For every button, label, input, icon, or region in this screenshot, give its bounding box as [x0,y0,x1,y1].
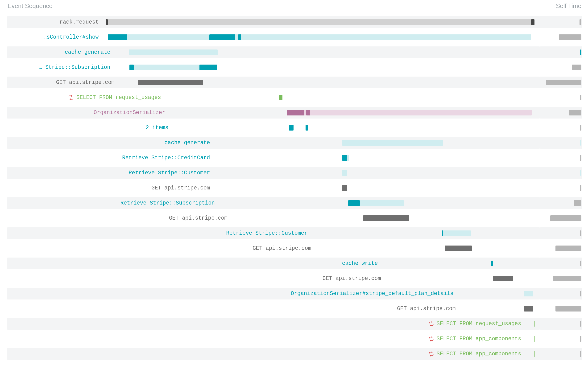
trace-row-controller-show[interactable]: …sController#show [7,31,581,43]
timeline-bar[interactable] [342,155,347,161]
trace-row-retrieve-creditcard[interactable]: Retrieve Stripe::CreditCard [7,152,581,164]
self-time-bar[interactable] [572,65,581,70]
timeline-bar[interactable] [106,19,108,25]
timeline-bar[interactable] [491,261,493,266]
row-label[interactable]: Retrieve Stripe::Customer [7,227,311,239]
row-label[interactable]: …sController#show [7,31,102,43]
trace-row-two-items[interactable]: 2 items [7,122,581,133]
self-time-bar[interactable] [580,50,581,55]
row-label[interactable]: GET api.stripe.com [7,182,213,194]
timeline-bar[interactable] [342,185,347,191]
timeline-bar[interactable] [445,246,472,251]
row-label[interactable]: GET api.stripe.com [7,243,315,254]
row-label[interactable]: cache generate [7,46,114,58]
self-time-bar[interactable] [580,125,581,131]
timeline-bar[interactable] [442,230,471,236]
row-label[interactable]: rack.request [7,16,102,28]
trace-row-sql-app-components-2[interactable]: SELECT FROM app_components [7,348,581,360]
trace-row-get-stripe-4[interactable]: GET api.stripe.com [7,243,581,254]
self-time-bar[interactable] [580,155,581,161]
timeline-bar[interactable] [138,80,203,85]
timeline-bar[interactable] [238,34,241,40]
timeline-bar[interactable] [348,200,360,206]
self-time-bar[interactable] [580,261,581,266]
row-label[interactable]: SELECT FROM request_usages [7,318,524,330]
self-time-bar[interactable] [580,351,581,357]
self-time-bar[interactable] [579,19,581,25]
row-label[interactable]: Retrieve Stripe::Customer [7,167,213,179]
trace-row-retrieve-subscription-2[interactable]: Retrieve Stripe::Subscription [7,197,581,209]
trace-row-get-stripe-3[interactable]: GET api.stripe.com [7,212,581,224]
self-time-bar[interactable] [580,321,581,327]
row-label[interactable]: GET api.stripe.com [7,77,118,88]
self-time-bar[interactable] [546,80,581,85]
timeline-bar[interactable] [129,50,217,55]
row-label[interactable]: 2 items [7,122,172,133]
trace-row-retrieve-customer-1[interactable]: Retrieve Stripe::Customer [7,167,581,179]
self-time-bar[interactable] [580,95,581,100]
self-time-bar[interactable] [553,276,581,281]
self-time-bar[interactable] [550,215,581,221]
row-label[interactable]: Retrieve Stripe::CreditCard [7,152,213,164]
timeline-bar[interactable] [279,95,283,100]
row-label[interactable]: GET api.stripe.com [7,303,459,315]
timeline-bar[interactable] [289,125,294,131]
trace-row-org-serializer-stripe[interactable]: OrganizationSerializer#stripe_default_pl… [7,288,581,299]
timeline-bar[interactable] [108,34,531,40]
row-label[interactable]: SELECT FROM request_usages [7,92,164,103]
row-label[interactable]: OrganizationSerializer#stripe_default_pl… [7,288,457,299]
timeline-bar[interactable] [108,34,127,40]
self-time-bar[interactable] [574,200,581,206]
trace-row-get-stripe-2[interactable]: GET api.stripe.com [7,182,581,194]
self-time-bar[interactable] [580,170,581,176]
timeline-bar[interactable] [106,19,535,25]
timeline-bar[interactable] [305,125,308,131]
trace-row-cache-write[interactable]: cache write [7,257,581,269]
row-label[interactable]: Retrieve Stripe::Subscription [7,197,218,209]
self-time-bar[interactable] [580,140,581,146]
trace-row-sql-request-usages-1[interactable]: SELECT FROM request_usages [7,92,581,103]
row-label[interactable]: GET api.stripe.com [7,212,231,224]
timeline-bar[interactable] [342,140,443,146]
row-label[interactable]: cache generate [7,137,213,149]
row-label[interactable]: OrganizationSerializer [7,107,168,119]
trace-row-rack-request[interactable]: rack.request [7,16,581,28]
self-time-bar[interactable] [580,185,581,191]
row-label[interactable]: GET api.stripe.com [7,273,384,284]
trace-row-retrieve-customer-2[interactable]: Retrieve Stripe::Customer [7,227,581,239]
timeline-bar[interactable] [524,306,533,311]
self-time-bar[interactable] [556,306,581,311]
trace-row-sql-request-usages-2[interactable]: SELECT FROM request_usages [7,318,581,330]
row-label[interactable]: cache write [7,257,381,269]
timeline-bar[interactable] [209,34,235,40]
self-time-bar[interactable] [580,230,581,236]
timeline-bar[interactable] [493,276,513,281]
timeline-bar[interactable] [524,291,533,297]
self-time-bar[interactable] [580,291,581,297]
timeline-bar[interactable] [347,155,349,161]
timeline-bar[interactable] [287,110,532,115]
timeline-bar[interactable] [531,19,535,25]
trace-row-stripe-subscription-1[interactable]: … Stripe::Subscription [7,62,581,73]
trace-row-cache-generate-1[interactable]: cache generate [7,46,581,58]
trace-row-sql-app-components-1[interactable]: SELECT FROM app_components [7,333,581,345]
trace-row-org-serializer[interactable]: OrganizationSerializer [7,107,581,119]
timeline-bar[interactable] [200,65,217,70]
row-label[interactable]: SELECT FROM app_components [7,333,524,345]
trace-row-get-stripe-5[interactable]: GET api.stripe.com [7,273,581,284]
self-time-bar[interactable] [580,336,581,342]
self-time-bar[interactable] [556,246,581,251]
row-label[interactable]: SELECT FROM app_components [7,348,524,360]
timeline-bar[interactable] [442,230,443,236]
self-time-bar[interactable] [569,110,581,115]
timeline-bar[interactable] [306,110,310,115]
trace-row-get-stripe-6[interactable]: GET api.stripe.com [7,303,581,315]
self-time-bar[interactable] [559,34,581,40]
timeline-bar[interactable] [129,65,134,70]
timeline-bar[interactable] [363,215,409,221]
row-label[interactable]: … Stripe::Subscription [7,62,114,73]
trace-row-get-stripe-1[interactable]: GET api.stripe.com [7,77,581,88]
timeline-bar[interactable] [524,291,524,297]
timeline-bar[interactable] [342,170,347,176]
trace-row-cache-generate-2[interactable]: cache generate [7,137,581,149]
